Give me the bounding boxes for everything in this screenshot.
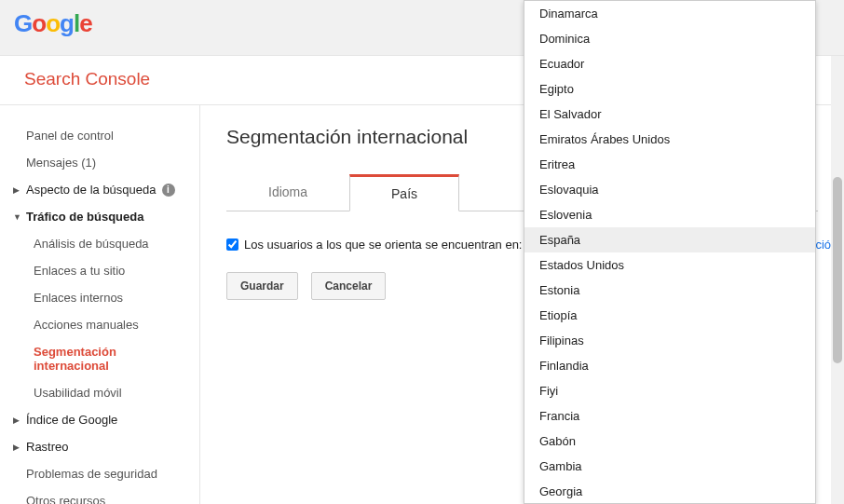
save-button[interactable]: Guardar [226,272,298,300]
country-option[interactable]: Gambia [524,454,815,479]
scrollbar-track[interactable] [831,56,844,504]
sidebar-item-links-internal[interactable]: Enlaces internos [0,284,199,311]
scrollbar-thumb[interactable] [833,177,842,363]
sidebar-section-crawl[interactable]: ▶ Rastreo [0,433,199,460]
country-option[interactable]: Etiopía [524,303,815,328]
sidebar-item-analysis[interactable]: Análisis de búsqueda [0,230,199,257]
caret-right-icon: ▶ [13,185,22,195]
country-option[interactable]: Ecuador [524,51,815,76]
logo-letter: o [32,9,46,37]
country-option[interactable]: Fiyi [524,378,815,403]
country-option[interactable]: España [524,227,815,252]
country-option[interactable]: Finlandia [524,353,815,378]
sidebar-section-index[interactable]: ▶ Índice de Google [0,406,199,433]
country-option[interactable]: Estonia [524,278,815,303]
country-option[interactable]: Filipinas [524,328,815,353]
sidebar: Panel de control Mensajes (1) ▶ Aspecto … [0,105,200,504]
caret-down-icon: ▼ [13,212,22,222]
caret-right-icon: ▶ [13,443,22,452]
sidebar-section-traffic[interactable]: ▼ Tráfico de búsqueda [0,203,199,230]
tab-language[interactable]: Idioma [226,174,349,211]
sidebar-item-mobile-usability[interactable]: Usabilidad móvil [0,379,199,406]
sidebar-label: Rastreo [26,440,69,454]
country-dropdown[interactable]: DinamarcaDominicaEcuadorEgiptoEl Salvado… [524,0,816,504]
sidebar-label: Índice de Google [26,413,117,427]
sidebar-item-links-site[interactable]: Enlaces a tu sitio [0,257,199,284]
country-option[interactable]: Gabón [524,429,815,454]
logo-letter: G [14,9,32,37]
country-option[interactable]: Estados Unidos [524,252,815,278]
country-option[interactable]: Francia [524,403,815,429]
country-option[interactable]: Egipto [524,76,815,102]
logo-letter: o [46,9,60,37]
sidebar-section-aspect[interactable]: ▶ Aspecto de la búsqueda i [0,176,199,203]
country-option[interactable]: Dominica [524,26,815,51]
sidebar-label: Tráfico de búsqueda [26,210,143,224]
country-option[interactable]: El Salvador [524,102,815,127]
country-option[interactable]: Dinamarca [524,1,815,26]
info-icon[interactable]: i [162,184,175,197]
cancel-button[interactable]: Cancelar [311,272,387,300]
country-option[interactable]: Eslovenia [524,202,815,227]
country-option[interactable]: Eritrea [524,152,815,177]
sidebar-item-other[interactable]: Otros recursos [0,487,199,504]
target-users-checkbox[interactable] [226,238,238,251]
sidebar-item-messages[interactable]: Mensajes (1) [0,149,199,176]
country-option[interactable]: Emiratos Árabes Unidos [524,127,815,152]
caret-right-icon: ▶ [13,415,22,425]
sidebar-item-security[interactable]: Problemas de seguridad [0,460,199,487]
logo-letter: e [79,9,91,37]
partial-text-fragment: ció [815,238,831,252]
sidebar-item-panel[interactable]: Panel de control [0,122,199,149]
target-users-label: Los usuarios a los que se orienta se enc… [244,238,522,252]
sidebar-label: Aspecto de la búsqueda [26,183,157,197]
country-option[interactable]: Eslovaquia [524,177,815,202]
logo-letter: g [60,9,74,37]
sidebar-item-international[interactable]: Segmentación internacional [0,338,199,379]
tab-country[interactable]: País [349,174,459,211]
country-option[interactable]: Georgia [524,479,815,504]
sidebar-item-manual-actions[interactable]: Acciones manuales [0,311,199,338]
